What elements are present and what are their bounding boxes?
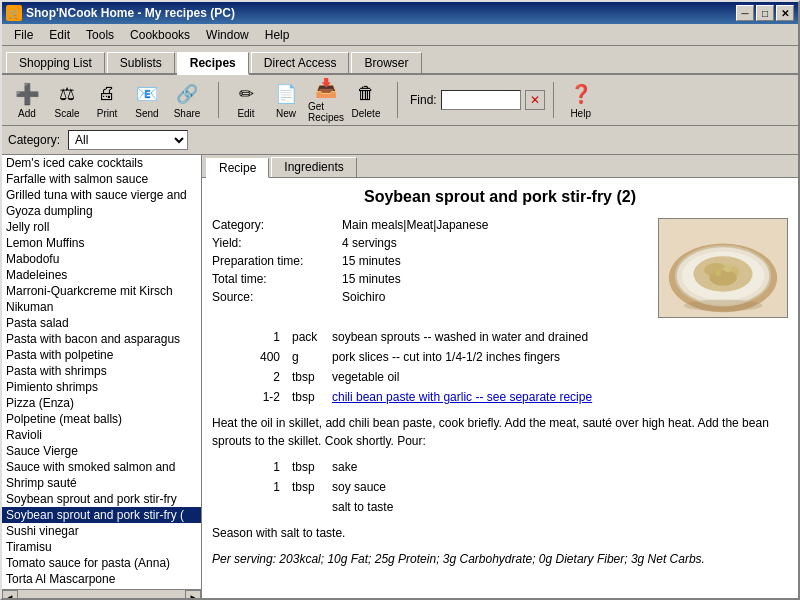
ingredient-row: 400gpork slices -- cut into 1/4-1/2 inch… xyxy=(212,350,788,364)
list-item[interactable]: Mabodofu xyxy=(2,251,201,267)
new-icon: 📄 xyxy=(274,82,298,106)
scroll-left-arrow[interactable]: ◄ xyxy=(2,590,18,601)
recipe-list: Dem's iced cake cocktailsFarfalle with s… xyxy=(2,155,202,589)
list-item[interactable]: Marroni-Quarkcreme mit Kirsch xyxy=(2,283,201,299)
menu-cookbooks[interactable]: Cookbooks xyxy=(122,26,198,44)
find-label: Find: xyxy=(410,93,437,107)
print-button[interactable]: 🖨 Print xyxy=(88,79,126,121)
list-item[interactable]: Pasta with bacon and asparagus xyxy=(2,331,201,347)
list-item[interactable]: Pasta with polpetine xyxy=(2,347,201,363)
list-item[interactable]: Jelly roll xyxy=(2,219,201,235)
scroll-right-arrow[interactable]: ► xyxy=(185,590,201,601)
ingredient-description: soy sauce xyxy=(332,480,788,494)
recipe-header: Category: Main meals|Meat|Japanese Yield… xyxy=(212,218,788,318)
delete-label: Delete xyxy=(352,108,381,119)
ingredient-unit xyxy=(292,500,332,514)
finish-text: Season with salt to taste. xyxy=(212,526,345,540)
list-item[interactable]: Polpetine (meat balls) xyxy=(2,411,201,427)
maximize-button[interactable]: □ xyxy=(756,5,774,21)
list-item[interactable]: Tiramisu xyxy=(2,539,201,555)
window-title: Shop'NCook Home - My recipes (PC) xyxy=(26,6,235,20)
list-item[interactable]: Pasta salad xyxy=(2,315,201,331)
send-button[interactable]: 📧 Send xyxy=(128,79,166,121)
meta-row-total: Total time: 15 minutes xyxy=(212,272,642,286)
help-button[interactable]: ❓ Help xyxy=(562,79,600,121)
list-item[interactable]: Torta Al Mascarpone xyxy=(2,571,201,587)
new-button[interactable]: 📄 New xyxy=(267,79,305,121)
close-button[interactable]: ✕ xyxy=(776,5,794,21)
main-content: Dem's iced cake cocktailsFarfalle with s… xyxy=(2,155,798,600)
ingredient-unit: pack xyxy=(292,330,332,344)
list-item[interactable]: Dem's iced cake cocktails xyxy=(2,155,201,171)
list-item[interactable]: Pimiento shrimps xyxy=(2,379,201,395)
tab-recipe[interactable]: Recipe xyxy=(206,158,269,178)
ingredient-unit: tbsp xyxy=(292,480,332,494)
get-recipes-icon: 📥 xyxy=(314,77,338,99)
send-icon: 📧 xyxy=(135,82,159,106)
tab-recipes[interactable]: Recipes xyxy=(177,52,249,75)
meta-value-source: Soichiro xyxy=(342,290,385,304)
list-item[interactable]: Nikuman xyxy=(2,299,201,315)
ingredient-description[interactable]: chili bean paste with garlic -- see sepa… xyxy=(332,390,788,404)
ingredient-description: sake xyxy=(332,460,788,474)
scale-button[interactable]: ⚖ Scale xyxy=(48,79,86,121)
svg-point-9 xyxy=(715,270,721,276)
list-item[interactable]: Sauce Vierge xyxy=(2,443,201,459)
get-recipes-button[interactable]: 📥 Get Recipes xyxy=(307,79,345,121)
edit-button[interactable]: ✏ Edit xyxy=(227,79,265,121)
menu-help[interactable]: Help xyxy=(257,26,298,44)
ingredient-amount: 1 xyxy=(212,330,292,344)
list-item[interactable]: Sushi vinegar xyxy=(2,523,201,539)
scale-icon: ⚖ xyxy=(55,82,79,106)
ingredients-section: 1packsoybean sprouts -- washed in water … xyxy=(212,330,788,404)
ingredient-amount: 1-2 xyxy=(212,390,292,404)
list-item[interactable]: Pasta with shrimps xyxy=(2,363,201,379)
find-clear-button[interactable]: ✕ xyxy=(525,90,545,110)
add-icon: ➕ xyxy=(15,82,39,106)
ingredient-amount: 1 xyxy=(212,460,292,474)
help-icon: ❓ xyxy=(569,82,593,106)
menu-file[interactable]: File xyxy=(6,26,41,44)
minimize-button[interactable]: ─ xyxy=(736,5,754,21)
list-item[interactable]: Grilled tuna with sauce vierge and xyxy=(2,187,201,203)
meta-value-prep: 15 minutes xyxy=(342,254,401,268)
category-row: Category: All xyxy=(2,126,798,155)
list-item[interactable]: Ravioli xyxy=(2,427,201,443)
recipe-meta: Category: Main meals|Meat|Japanese Yield… xyxy=(212,218,642,318)
ingredient-description: soybean sprouts -- washed in water and d… xyxy=(332,330,788,344)
share-button[interactable]: 🔗 Share xyxy=(168,79,206,121)
ingredient-row: 1packsoybean sprouts -- washed in water … xyxy=(212,330,788,344)
menu-window[interactable]: Window xyxy=(198,26,257,44)
list-item[interactable]: Madeleines xyxy=(2,267,201,283)
tab-sublists[interactable]: Sublists xyxy=(107,52,175,73)
ingredient-description: vegetable oil xyxy=(332,370,788,384)
list-item[interactable]: Farfalle with salmon sauce xyxy=(2,171,201,187)
add-button[interactable]: ➕ Add xyxy=(8,79,46,121)
list-item[interactable]: Soybean sprout and pork stir-fry ( xyxy=(2,507,201,523)
toolbar-separator-1 xyxy=(218,82,219,118)
tab-ingredients[interactable]: Ingredients xyxy=(271,157,356,177)
delete-button[interactable]: 🗑 Delete xyxy=(347,79,385,121)
ingredient-amount: 1 xyxy=(212,480,292,494)
find-input[interactable] xyxy=(441,90,521,110)
per-serving: Per serving: 203kcal; 10g Fat; 25g Prote… xyxy=(212,552,788,566)
list-item[interactable]: Sauce with smoked salmon and xyxy=(2,459,201,475)
tab-browser[interactable]: Browser xyxy=(351,52,421,73)
list-item[interactable]: Gyoza dumpling xyxy=(2,203,201,219)
list-item[interactable]: Shrimp sauté xyxy=(2,475,201,491)
menu-tools[interactable]: Tools xyxy=(78,26,122,44)
send-label: Send xyxy=(135,108,158,119)
meta-label-source: Source: xyxy=(212,290,342,304)
list-item[interactable]: Pizza (Enza) xyxy=(2,395,201,411)
list-item[interactable]: Soybean sprout and pork stir-fry xyxy=(2,491,201,507)
tab-direct-access[interactable]: Direct Access xyxy=(251,52,350,73)
list-item[interactable]: Tomato sauce for pasta (Anna) xyxy=(2,555,201,571)
toolbar: ➕ Add ⚖ Scale 🖨 Print 📧 Send 🔗 Share xyxy=(2,75,798,126)
category-select[interactable]: All xyxy=(68,130,188,150)
ingredient-row: 1tbspsoy sauce xyxy=(212,480,788,494)
list-item[interactable]: Lemon Muffins xyxy=(2,235,201,251)
list-bottom-scrollbar[interactable]: ◄ ► xyxy=(2,589,201,600)
menu-edit[interactable]: Edit xyxy=(41,26,78,44)
meta-value-yield: 4 servings xyxy=(342,236,397,250)
tab-shopping-list[interactable]: Shopping List xyxy=(6,52,105,73)
